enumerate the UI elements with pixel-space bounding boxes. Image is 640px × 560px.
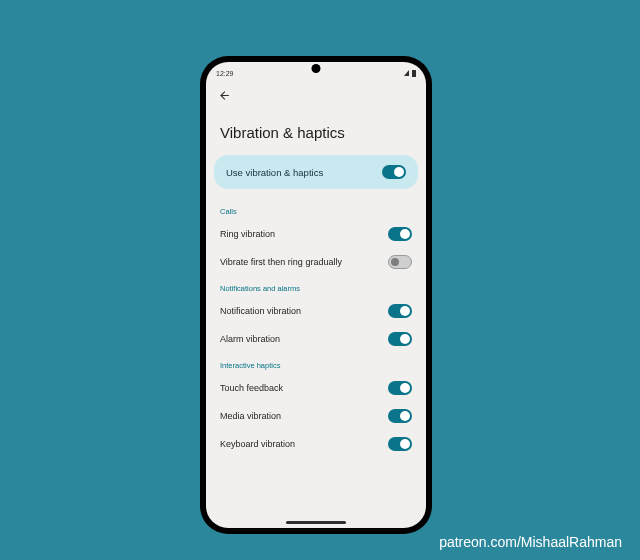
- row-alarm-vibration[interactable]: Alarm vibration: [214, 325, 418, 353]
- row-media-vibration[interactable]: Media vibration: [214, 402, 418, 430]
- phone-frame: 12:29 Vibration & haptics Use vibration …: [200, 56, 432, 534]
- back-arrow-icon: [218, 89, 231, 102]
- camera-hole-icon: [312, 64, 321, 73]
- row-label: Touch feedback: [220, 383, 283, 393]
- row-label: Keyboard vibration: [220, 439, 295, 449]
- toggle-keyboard-vibration[interactable]: [388, 437, 412, 451]
- credit-text: patreon.com/MishaalRahman: [439, 534, 622, 550]
- section-header-notifications: Notifications and alarms: [214, 276, 418, 297]
- toggle-ring-vibration[interactable]: [388, 227, 412, 241]
- battery-icon: [412, 70, 416, 77]
- section-header-interactive: Interactive haptics: [214, 353, 418, 374]
- row-ring-vibration[interactable]: Ring vibration: [214, 220, 418, 248]
- toggle-notification-vibration[interactable]: [388, 304, 412, 318]
- row-label: Media vibration: [220, 411, 281, 421]
- row-label: Ring vibration: [220, 229, 275, 239]
- master-toggle-row[interactable]: Use vibration & haptics: [214, 155, 418, 189]
- row-vibrate-first[interactable]: Vibrate first then ring gradually: [214, 248, 418, 276]
- master-toggle-label: Use vibration & haptics: [226, 167, 323, 178]
- page-title: Vibration & haptics: [206, 106, 426, 155]
- toggle-media-vibration[interactable]: [388, 409, 412, 423]
- section-header-calls: Calls: [214, 199, 418, 220]
- row-keyboard-vibration[interactable]: Keyboard vibration: [214, 430, 418, 458]
- content: Use vibration & haptics Calls Ring vibra…: [206, 155, 426, 528]
- row-notification-vibration[interactable]: Notification vibration: [214, 297, 418, 325]
- signal-icon: [404, 70, 409, 76]
- row-label: Alarm vibration: [220, 334, 280, 344]
- row-label: Notification vibration: [220, 306, 301, 316]
- row-label: Vibrate first then ring gradually: [220, 257, 342, 267]
- toggle-vibrate-first[interactable]: [388, 255, 412, 269]
- screen: 12:29 Vibration & haptics Use vibration …: [206, 62, 426, 528]
- status-right: [404, 70, 416, 77]
- toggle-alarm-vibration[interactable]: [388, 332, 412, 346]
- status-time: 12:29: [216, 70, 234, 77]
- back-button[interactable]: [216, 87, 232, 103]
- row-touch-feedback[interactable]: Touch feedback: [214, 374, 418, 402]
- gesture-bar-icon: [286, 521, 346, 524]
- app-bar: [206, 84, 426, 106]
- toggle-touch-feedback[interactable]: [388, 381, 412, 395]
- master-toggle[interactable]: [382, 165, 406, 179]
